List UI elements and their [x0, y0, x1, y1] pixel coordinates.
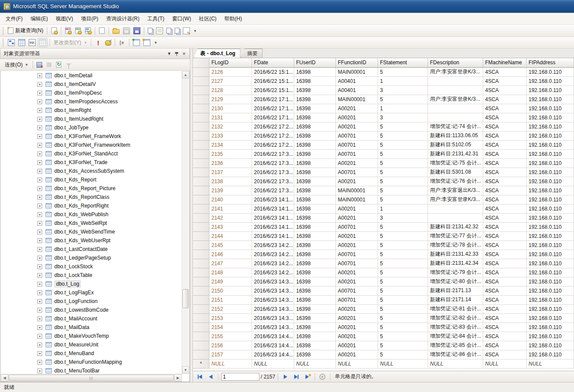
row-header-cell[interactable]	[193, 286, 209, 295]
expand-plus-icon[interactable]: +	[37, 91, 42, 96]
row-header-cell[interactable]	[193, 304, 209, 313]
grid-cell[interactable]: 192.168.0.110	[526, 76, 574, 86]
grid-cell[interactable]: 16398	[294, 268, 335, 277]
grid-cell[interactable]: 2016/6/23 14:3...	[252, 313, 294, 323]
grid-cell[interactable]: 2140	[209, 195, 252, 204]
grid-cell[interactable]: 4SCA	[483, 195, 526, 204]
expand-plus-icon[interactable]: +	[37, 238, 42, 243]
row-header-cell[interactable]	[193, 295, 209, 304]
grid-cell[interactable]: 2127	[209, 76, 252, 86]
grid-cell[interactable]: 4SCA	[483, 277, 526, 286]
grid-cell[interactable]: A00701	[335, 140, 378, 149]
refresh-button[interactable]	[54, 60, 63, 69]
grid-cell[interactable]: 16398	[294, 231, 335, 240]
grid-cell[interactable]: 2134	[209, 140, 252, 149]
expand-plus-icon[interactable]: +	[37, 73, 42, 78]
grid-cell[interactable]: 4SCA	[483, 313, 526, 323]
grid-cell[interactable]: 4SCA	[483, 149, 526, 158]
grid-cell[interactable]: A00701	[335, 286, 378, 295]
grid-cell[interactable]: 2016/6/22 17:2...	[252, 131, 294, 140]
expand-plus-icon[interactable]: +	[37, 247, 42, 252]
grid-cell[interactable]: 增加凭证:记-77 会计...	[428, 231, 483, 240]
grid-cell[interactable]: A00701	[335, 168, 378, 177]
expand-plus-icon[interactable]: +	[37, 178, 42, 182]
expand-plus-icon[interactable]: +	[37, 264, 42, 269]
new-record-button[interactable]: ✱	[302, 372, 312, 381]
grid-cell[interactable]: A00701	[335, 131, 378, 140]
grid-cell[interactable]: 16398	[294, 304, 335, 313]
grid-cell[interactable]: 192.168.0.110	[526, 323, 574, 332]
grid-cell[interactable]: 5	[378, 168, 428, 177]
grid-cell[interactable]: A00201	[335, 323, 378, 332]
grid-cell[interactable]: 16398	[294, 195, 335, 204]
tree-item[interactable]: + dbo.t_K3ForNet_FrameworkItem	[1, 141, 182, 149]
grid-cell[interactable]: 192.168.0.110	[526, 350, 574, 359]
grid-cell[interactable]: 5	[378, 313, 428, 323]
grid-cell[interactable]: 2154	[209, 323, 252, 332]
grid-cell[interactable]: 增加凭证:记-78 会计...	[428, 240, 483, 250]
grid-cell[interactable]: A00201	[335, 122, 378, 131]
grid-cell[interactable]: 4SCA	[483, 323, 526, 332]
grid-cell[interactable]: MAIN00001	[335, 195, 378, 204]
grid-cell[interactable]: 2016/6/22 17:3...	[252, 168, 294, 177]
grid-cell[interactable]: 2147	[209, 259, 252, 268]
record-number-input[interactable]	[221, 373, 259, 381]
grid-cell[interactable]: A00201	[335, 332, 378, 341]
open-file-from-database-button[interactable]	[97, 26, 107, 35]
grid-cell[interactable]: 5	[378, 131, 428, 140]
grid-cell[interactable]: 2146	[209, 250, 252, 259]
grid-cell[interactable]	[428, 86, 483, 95]
grid-cell[interactable]: 16398	[294, 177, 335, 186]
grid-cell[interactable]: 2016/6/23 14:3...	[252, 304, 294, 313]
grid-cell[interactable]: 新建科目:2171.13	[428, 286, 483, 295]
tree-item[interactable]: + dbo.t_ItemPropdescAccess	[1, 97, 182, 106]
grid-cell[interactable]: 2128	[209, 86, 252, 95]
grid-cell[interactable]: 16398	[294, 213, 335, 222]
grid-column-header[interactable]: FLogID	[209, 58, 252, 67]
grid-cell[interactable]: 4SCA	[483, 240, 526, 250]
grid-cell[interactable]: 5	[378, 186, 428, 195]
scroll-left-arrow-icon[interactable]: ◀	[1, 374, 8, 382]
expand-plus-icon[interactable]: +	[37, 212, 42, 217]
grid-cell[interactable]: 增加凭证:记-82 会计...	[428, 313, 483, 323]
expand-plus-icon[interactable]: +	[37, 125, 42, 130]
menu-item[interactable]: 社区(C)	[195, 13, 221, 24]
grid-cell[interactable]: 192.168.0.110	[526, 213, 574, 222]
grid-cell[interactable]: A00201	[335, 158, 378, 168]
grid-cell[interactable]: 4SCA	[483, 304, 526, 313]
grid-cell[interactable]: 4SCA	[483, 67, 526, 76]
grid-cell[interactable]: 16398	[294, 95, 335, 104]
expand-plus-icon[interactable]: +	[37, 316, 42, 321]
grid-cell[interactable]: 192.168.0.110	[526, 86, 574, 95]
tree-item[interactable]: + dbo.t_Kds_WebUserRpt	[1, 236, 182, 245]
grid-cell[interactable]: A00701	[335, 250, 378, 259]
grid-cell[interactable]: 5	[378, 286, 428, 295]
grid-cell[interactable]: 5	[378, 95, 428, 104]
grid-cell[interactable]: 2016/6/22 17:2...	[252, 140, 294, 149]
grid-cell[interactable]: 5	[378, 240, 428, 250]
grid-cell[interactable]: 增加凭证:记-86 会计...	[428, 350, 483, 359]
grid-cell[interactable]: 16398	[294, 350, 335, 359]
grid-cell[interactable]: A00701	[335, 222, 378, 231]
expand-plus-icon[interactable]: +	[37, 204, 42, 208]
grid-cell[interactable]: 5	[378, 231, 428, 240]
tree-item[interactable]: + dbo.t_K3ForNet_FrameWork	[1, 132, 182, 141]
grid-cell[interactable]: 2126	[209, 67, 252, 76]
expand-plus-icon[interactable]: +	[37, 351, 42, 356]
tree-item[interactable]: + dbo.t_Kds_WebSelRpt	[1, 219, 182, 227]
grid-cell[interactable]: 新建科目:5102.05	[428, 140, 483, 149]
change-type-button[interactable]: 更改类型(Y) ▼	[52, 38, 89, 48]
tree-item[interactable]: + dbo.t_MailData	[1, 323, 182, 332]
grid-column-header[interactable]: FStatement	[378, 58, 428, 67]
grid-cell[interactable]: 1	[378, 104, 428, 113]
expand-plus-icon[interactable]: +	[37, 282, 42, 287]
grid-cell[interactable]: 2016/6/22 17:1...	[252, 104, 294, 113]
grid-cell[interactable]: 16398	[294, 240, 335, 250]
grid-cell[interactable]: 192.168.0.110	[526, 240, 574, 250]
grid-cell[interactable]: 2149	[209, 277, 252, 286]
grid-cell[interactable]: 2016/6/22 17:3...	[252, 177, 294, 186]
grid-cell[interactable]: 5	[378, 67, 428, 76]
tree-item[interactable]: + dbo.t_MenuToolBar	[1, 366, 182, 374]
grid-cell[interactable]: 16398	[294, 122, 335, 131]
grid-cell[interactable]: 16398	[294, 332, 335, 341]
